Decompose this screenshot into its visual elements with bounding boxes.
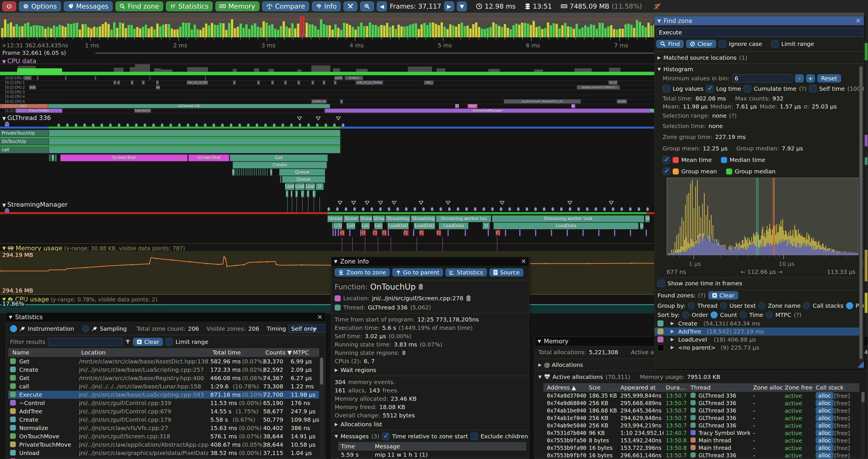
timeline-zone--[interactable]: ( <box>286 190 288 197</box>
sample-dot[interactable] <box>336 207 339 211</box>
radio-button[interactable] <box>82 325 89 332</box>
checkbox[interactable] <box>809 85 816 92</box>
radio-button[interactable] <box>682 312 689 318</box>
sample-dot[interactable] <box>491 207 494 211</box>
frame-bar[interactable] <box>33 25 35 37</box>
frame-bar[interactable] <box>36 25 38 37</box>
frame-bar[interactable] <box>530 25 532 37</box>
frame-bar[interactable] <box>535 27 538 37</box>
section-header-glthread[interactable]: ▼ GLThread 336 <box>2 114 51 127</box>
column-header[interactable]: Total time <box>213 349 241 356</box>
timeline-zone-loaup[interactable]: LoaUp <box>305 183 315 190</box>
frame-bar[interactable] <box>581 28 584 37</box>
frame-bar[interactable] <box>412 24 414 37</box>
frame-bar[interactable] <box>165 24 167 37</box>
frame-bar[interactable] <box>461 23 463 37</box>
go-to-parent-button[interactable]: Go to parent <box>392 268 443 276</box>
alloc-callstack-button[interactable]: alloc <box>816 392 834 399</box>
lock-mark[interactable] <box>583 230 584 236</box>
zone-info-titlebar[interactable]: ▼Zone info✕ <box>331 257 529 266</box>
frame-bar[interactable] <box>544 28 546 37</box>
statistics-row-ontouchmove[interactable]: OnTouchMovejni/../jni/src/guif/Screen.cp… <box>8 432 319 440</box>
frame-bar[interactable] <box>76 23 78 37</box>
cpu-zone-gl[interactable]: GL <box>649 108 654 113</box>
timeline-zone[interactable] <box>49 146 340 153</box>
frame-bar[interactable] <box>182 22 184 37</box>
frame-bar[interactable] <box>162 25 164 37</box>
sample-dot[interactable] <box>328 207 330 211</box>
sample-dot[interactable] <box>603 207 606 211</box>
allocation-row[interactable]: 0x74ab9e5040256 KB293,994,219ns13:50.7GL… <box>544 422 859 429</box>
lock-mark[interactable] <box>505 230 506 236</box>
cpu-zone-c[interactable]: c <box>233 80 236 85</box>
frame-bar[interactable] <box>604 28 607 37</box>
frame-bar[interactable] <box>159 26 161 37</box>
frame-bar[interactable] <box>524 23 526 37</box>
frame-bar[interactable] <box>490 27 492 37</box>
contended-lock-mark[interactable]: C| <box>382 230 386 236</box>
prev-frame-button[interactable]: ◀ <box>377 1 387 11</box>
sample-dot[interactable] <box>439 207 442 211</box>
frame-bar[interactable] <box>363 26 365 37</box>
frame-bar[interactable] <box>423 23 426 37</box>
sample-dot[interactable] <box>577 207 580 211</box>
timeline-zone-loaddau[interactable]: LoadDaU <box>413 223 435 229</box>
sample-dot[interactable] <box>431 207 433 211</box>
column-header[interactable]: Location <box>81 349 106 356</box>
frame-bar[interactable] <box>297 24 299 37</box>
frame-bar[interactable] <box>466 26 469 37</box>
cpu-zone-t1[interactable]: T1 <box>455 104 459 108</box>
allocation-row[interactable]: 0x74ab1be040186.68 KB294,645,364ns13:50.… <box>544 407 859 414</box>
frame-bar[interactable] <box>116 28 118 37</box>
expander-icon[interactable]: ▼ <box>657 67 661 72</box>
frame-bar[interactable] <box>56 27 58 37</box>
sample-dot[interactable] <box>353 207 356 211</box>
frame-bar[interactable] <box>30 26 32 37</box>
source-button[interactable]: Source <box>490 268 524 276</box>
radio-button[interactable] <box>758 302 765 309</box>
timeline-zone-loaup[interactable]: LoaUp <box>295 183 305 190</box>
frame-bar[interactable] <box>242 28 245 37</box>
timeline-zone-loaddata[interactable]: LoadData <box>439 223 468 229</box>
allocation-row[interactable]: 0x7553b9fbf016 bytes296,661,146ns13:50.7… <box>544 452 859 459</box>
memory-button[interactable]: Memory <box>215 1 259 11</box>
timeline-zone-loaddata[interactable]: LoadData <box>493 223 639 229</box>
statistics-row-unload[interactable]: Unloadjni/../jni/src/claw/graphics/pixel… <box>8 449 319 457</box>
cpu-zone-audio[interactable]: audio <box>617 99 627 104</box>
frame-bar[interactable] <box>369 22 371 37</box>
sample-dot[interactable] <box>405 207 408 211</box>
cpu-zone-trac[interactable]: Trac <box>468 104 477 108</box>
frame-bar[interactable] <box>7 24 9 37</box>
timeline-zone[interactable] <box>237 169 238 176</box>
lock-mark[interactable] <box>465 230 466 236</box>
statistics-row-execute[interactable]: Executejni/../jni/src/claw/base/LuaScrip… <box>8 391 319 399</box>
timeline-zone-lou[interactable]: LoU <box>361 223 370 229</box>
column-header[interactable]: Name <box>12 349 29 356</box>
frame-bar[interactable] <box>156 24 159 37</box>
expander-icon[interactable]: ▼ <box>335 434 338 439</box>
stepper-button[interactable]: - <box>795 74 804 83</box>
timeline-zone[interactable] <box>254 169 255 176</box>
frame-bar[interactable] <box>513 25 515 37</box>
frame-bar[interactable] <box>179 27 182 37</box>
frame-bar[interactable] <box>421 24 423 37</box>
frame-bar[interactable] <box>598 23 601 37</box>
timeline-zone-s[interactable]: S <box>52 155 54 161</box>
timeline-zone-loau[interactable]: LoaU <box>285 183 294 190</box>
sample-dot[interactable] <box>560 207 563 211</box>
cpu-zone-cds-ol-rx-threa[interactable]: cds_ol_rx_threa <box>355 80 383 85</box>
cpu-zone-c[interactable]: c <box>334 80 337 85</box>
sample-dot[interactable] <box>396 207 399 211</box>
frame-bar[interactable] <box>211 23 213 37</box>
frame-bar[interactable] <box>285 26 288 37</box>
expander-icon[interactable]: ▶ <box>335 422 338 427</box>
sample-dot[interactable] <box>413 207 416 211</box>
timeline-zone-loaddau[interactable]: LoadDaU <box>388 223 409 229</box>
frame-bar[interactable] <box>426 25 429 37</box>
frame-bar[interactable] <box>472 24 474 37</box>
frame-bar[interactable] <box>219 23 222 37</box>
sample-dot[interactable] <box>534 207 537 211</box>
column-header[interactable]: Zone alloc <box>753 384 783 391</box>
messages-table-header[interactable]: TimeMessage <box>338 442 526 451</box>
frame-bar[interactable] <box>102 24 104 37</box>
